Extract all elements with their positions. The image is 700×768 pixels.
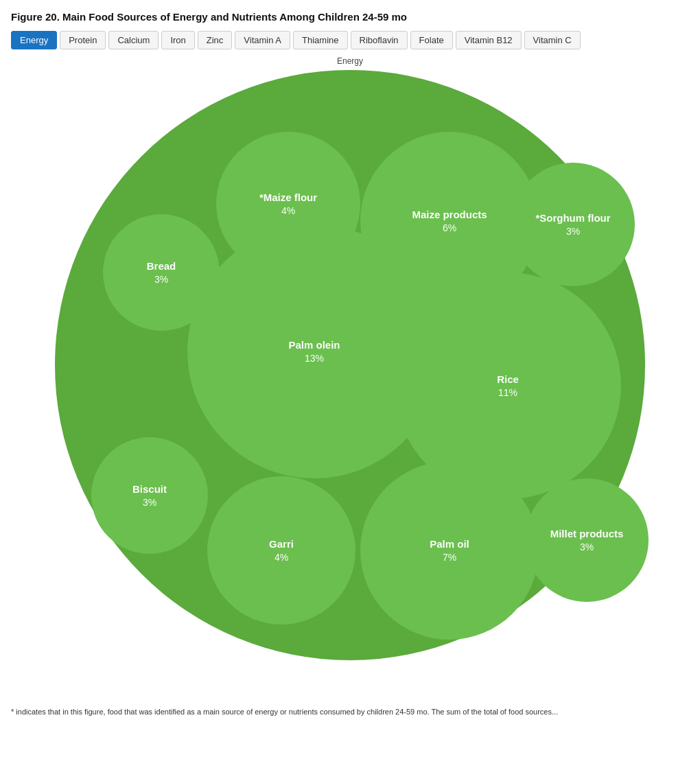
tab-bar: EnergyProteinCalciumIronZincVitamin AThi…	[11, 31, 689, 49]
bubble-pct: 3%	[566, 226, 580, 237]
tab-iron[interactable]: Iron	[161, 31, 194, 49]
tab-vitamin-c[interactable]: Vitamin C	[524, 31, 581, 49]
tab-energy[interactable]: Energy	[11, 31, 57, 49]
bubble-name: Bread	[147, 260, 176, 272]
bubble-pct: 4%	[281, 205, 295, 216]
bubble-name: Garri	[269, 538, 294, 550]
bubble-bread: Bread3%	[103, 214, 220, 331]
chart-label: Energy	[337, 56, 363, 66]
bubble-biscuit: Biscuit3%	[91, 437, 208, 554]
bubble-pct: 4%	[275, 552, 288, 563]
bubble-palm-oil: Palm oil7%	[360, 461, 539, 640]
bubble-pct: 3%	[154, 274, 168, 285]
chart-area: Energy Palm olein13%Rice11%Palm oil7%Mai…	[11, 56, 689, 701]
bubble-name: *Sorghum flour	[535, 212, 610, 224]
bubble-name: *Maize flour	[259, 191, 317, 204]
tab-riboflavin[interactable]: Riboflavin	[351, 31, 408, 49]
bubble-name: Palm oil	[430, 538, 469, 550]
bubble--maize-flour: *Maize flour4%	[216, 132, 360, 276]
bubble-pct: 3%	[143, 497, 156, 508]
bubble-name: Maize products	[412, 209, 487, 221]
bubble-pct: 11%	[498, 387, 517, 398]
bubble-container: Palm olein13%Rice11%Palm oil7%Maize prod…	[55, 70, 645, 688]
tab-folate[interactable]: Folate	[410, 31, 453, 49]
bubble-pct: 13%	[305, 353, 324, 364]
bubble-name: Rice	[497, 373, 519, 386]
bubble--sorghum-flour: *Sorghum flour3%	[511, 163, 635, 286]
tab-thiamine[interactable]: Thiamine	[293, 31, 347, 49]
tab-vitamin-b12[interactable]: Vitamin B12	[456, 31, 522, 49]
tab-calcium[interactable]: Calcium	[108, 31, 159, 49]
bubble-name: Palm olein	[288, 339, 340, 351]
bubble-pct: 3%	[580, 542, 594, 552]
bubble-name: Biscuit	[132, 483, 167, 496]
bubble-pct: 7%	[443, 552, 456, 563]
figure-title: Figure 20. Main Food Sources of Energy a…	[11, 11, 689, 23]
footnote: * indicates that in this figure, food th…	[11, 707, 689, 717]
bubble-name: Millet products	[550, 528, 624, 540]
bubble-garri: Garri4%	[207, 476, 355, 625]
tab-vitamin-a[interactable]: Vitamin A	[235, 31, 290, 49]
tab-protein[interactable]: Protein	[60, 31, 106, 49]
bubble-pct: 6%	[443, 222, 456, 233]
tab-zinc[interactable]: Zinc	[198, 31, 233, 49]
bubble-millet-products: Millet products3%	[525, 478, 649, 602]
